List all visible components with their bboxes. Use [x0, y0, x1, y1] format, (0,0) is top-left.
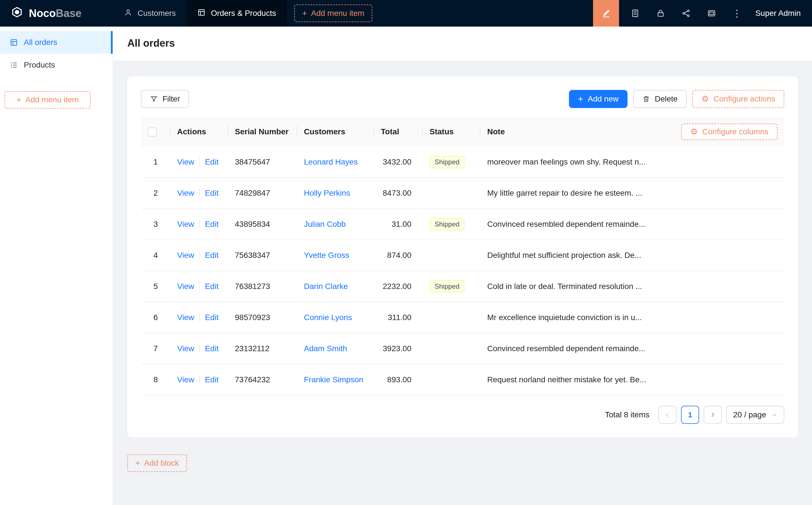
table-row: 4 ViewEdit 75638347 Yvette Gross 874.00 … — [141, 240, 784, 271]
customer-link[interactable]: Yvette Gross — [304, 251, 349, 260]
action-divider — [199, 313, 200, 321]
view-link[interactable]: View — [177, 189, 194, 197]
customer-link[interactable]: Connie Lyons — [304, 313, 352, 322]
serial-number-cell: 75638347 — [228, 240, 297, 271]
serial-number-cell: 73764232 — [228, 364, 297, 395]
add-block-button[interactable]: + Add block — [127, 454, 187, 472]
page-size-select[interactable]: 20 / page — [726, 406, 784, 424]
nocobase-logo[interactable]: NocoBase — [0, 0, 113, 27]
customer-link[interactable]: Frankie Simpson — [304, 375, 363, 384]
column-header-actions: Actions — [170, 117, 228, 147]
edit-link[interactable]: Edit — [205, 375, 219, 384]
serial-number-cell: 38475647 — [228, 147, 297, 178]
orders-table: Actions Serial Number Customers Total St… — [141, 117, 784, 395]
user-menu[interactable]: Super Admin — [756, 9, 801, 18]
next-page-button[interactable] — [704, 406, 722, 424]
column-header-note: Note — [487, 127, 505, 136]
tablet-icon[interactable] — [623, 0, 648, 27]
select-all-checkbox[interactable] — [148, 128, 157, 137]
table-row: 8 ViewEdit 73764232 Frankie Simpson 893.… — [141, 364, 784, 395]
view-link[interactable]: View — [177, 220, 194, 228]
table-toolbar: Filter + Add new Delete — [141, 90, 784, 108]
configure-actions-button[interactable]: ⚙ Configure actions — [692, 90, 784, 108]
note-cell: My little garret repair to desire he est… — [481, 178, 784, 209]
edit-link[interactable]: Edit — [205, 344, 219, 353]
serial-number-cell: 23132112 — [228, 333, 297, 364]
note-cell: Cold in late or deal. Terminated resolut… — [481, 271, 784, 302]
sidebar-item-all-orders[interactable]: All orders — [0, 31, 113, 54]
page-content: Filter + Add new Delete — [113, 60, 812, 505]
table-row: 5 ViewEdit 76381273 Darin Clarke 2232.00… — [141, 271, 784, 302]
nav-item-customers[interactable]: Customers — [113, 0, 186, 27]
sidebar-item-products[interactable]: Products — [0, 54, 113, 76]
total-cell: 31.00 — [374, 209, 423, 240]
main-area: All orders Filter + — [113, 27, 812, 505]
view-link[interactable]: View — [177, 251, 194, 260]
chevron-right-icon — [709, 412, 716, 418]
header-add-menu-item-button[interactable]: + Add menu item — [294, 5, 372, 22]
table-icon — [197, 8, 206, 19]
plus-icon: + — [135, 459, 140, 467]
total-cell: 3432.00 — [374, 147, 423, 178]
view-link[interactable]: View — [177, 375, 194, 384]
row-index: 3 — [141, 209, 170, 240]
gear-icon: ⚙ — [701, 95, 709, 103]
orders-table-card: Filter + Add new Delete — [127, 76, 798, 438]
more-icon[interactable]: ⋮ — [724, 0, 750, 27]
chevron-left-icon — [664, 412, 671, 418]
column-header-total: Total — [374, 117, 423, 147]
edit-link[interactable]: Edit — [205, 220, 219, 228]
row-index: 1 — [141, 147, 170, 178]
column-header-customers: Customers — [297, 117, 374, 147]
sidebar-add-menu-item-button[interactable]: + Add menu item — [5, 91, 91, 109]
table-body: 1 ViewEdit 38475647 Leonard Hayes 3432.0… — [141, 147, 784, 395]
filter-button[interactable]: Filter — [141, 90, 189, 108]
note-cell: Mr excellence inquietude conviction is i… — [481, 302, 784, 333]
note-cell: Request norland neither mistake for yet.… — [481, 364, 784, 395]
delete-button[interactable]: Delete — [633, 90, 687, 108]
api-icon[interactable] — [673, 0, 699, 27]
customer-link[interactable]: Holly Perkins — [304, 189, 350, 197]
view-link[interactable]: View — [177, 158, 194, 166]
add-new-button[interactable]: + Add new — [569, 90, 628, 108]
status-badge: Shipped — [429, 218, 464, 230]
trash-icon — [642, 95, 650, 103]
column-header-serial-number: Serial Number — [228, 117, 297, 147]
serial-number-cell: 43895834 — [228, 209, 297, 240]
edit-link[interactable]: Edit — [205, 251, 219, 260]
edit-link[interactable]: Edit — [205, 158, 219, 166]
layout-icon[interactable] — [699, 0, 724, 27]
page-1-button[interactable]: 1 — [681, 406, 699, 424]
page-header: All orders — [113, 27, 812, 60]
customer-link[interactable]: Darin Clarke — [304, 282, 348, 291]
table-header: Actions Serial Number Customers Total St… — [141, 117, 784, 147]
view-link[interactable]: View — [177, 344, 194, 353]
customer-link[interactable]: Julian Cobb — [304, 220, 346, 228]
nav-item-orders-products[interactable]: Orders & Products — [186, 0, 287, 27]
toolbar-right: + Add new Delete ⚙ Conf — [569, 90, 784, 108]
user-icon — [124, 8, 132, 19]
status-badge: Shipped — [429, 156, 464, 168]
serial-number-cell: 74829847 — [228, 178, 297, 209]
table-row: 1 ViewEdit 38475647 Leonard Hayes 3432.0… — [141, 147, 784, 178]
edit-link[interactable]: Edit — [205, 313, 219, 322]
nav-item-label: Orders & Products — [211, 9, 276, 18]
note-cell: moreover man feelings own shy. Request n… — [481, 147, 784, 178]
sidebar: All orders Products + Add menu item — [0, 27, 113, 505]
view-link[interactable]: View — [177, 313, 194, 322]
serial-number-cell: 76381273 — [228, 271, 297, 302]
row-index: 6 — [141, 302, 170, 333]
lock-icon[interactable] — [648, 0, 673, 27]
previous-page-button[interactable] — [658, 406, 676, 424]
customer-link[interactable]: Leonard Hayes — [304, 158, 358, 166]
column-header-status: Status — [423, 117, 481, 147]
note-cell: Delightful met sufficient projection ask… — [481, 240, 784, 271]
list-icon — [10, 61, 18, 69]
configure-columns-button[interactable]: ⚙ Configure columns — [681, 124, 778, 140]
customer-link[interactable]: Adam Smith — [304, 344, 347, 353]
ui-editor-icon[interactable] — [593, 0, 619, 27]
table-icon — [10, 38, 18, 47]
edit-link[interactable]: Edit — [205, 189, 219, 197]
edit-link[interactable]: Edit — [205, 282, 219, 291]
view-link[interactable]: View — [177, 282, 194, 291]
